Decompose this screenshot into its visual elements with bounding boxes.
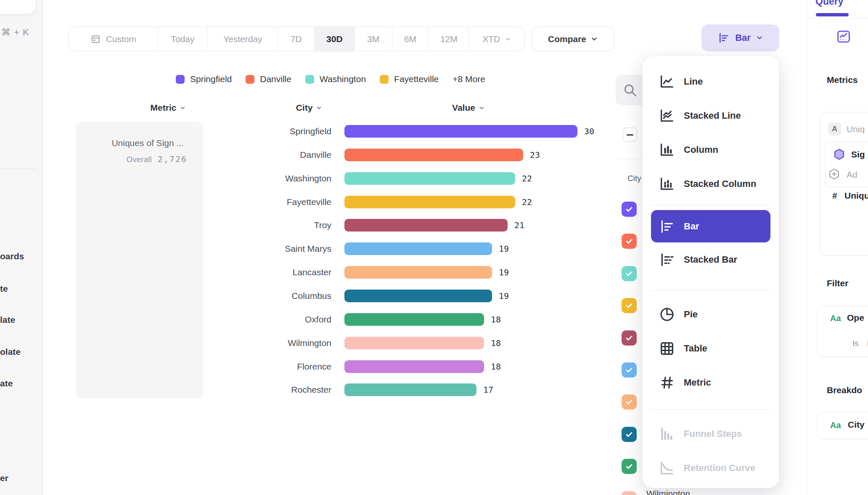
metric-summary-card[interactable]: Uniques of Sign ... Overall 2,726 [76,122,203,399]
sidebar-item-olate[interactable]: olate [0,347,21,357]
menu-item-bar[interactable]: Bar [651,210,770,242]
date-range-6m[interactable]: 6M [392,27,429,51]
bar-value-label: 19 [499,290,509,302]
menu-item-retention-curve[interactable]: Retention Curve [643,451,779,485]
sidebar-item-te[interactable]: te [0,284,8,294]
menu-item-label: Stacked Bar [684,254,737,265]
date-range-today[interactable]: Today [158,27,208,51]
menu-item-line[interactable]: Line [643,64,779,98]
legend-item-washington[interactable]: Washington [305,74,366,84]
query-panel: Query Metrics A Uniq Sig Ad # Uniqu Filt… [807,0,868,495]
menu-item-stacked-column[interactable]: Stacked Column [643,167,779,201]
chart-type-button[interactable]: Bar [701,24,779,51]
insights-chart-icon[interactable] [836,29,852,45]
menu-item-column[interactable]: Column [643,133,779,167]
pie-icon [659,306,675,323]
check-icon [625,205,634,214]
bar-fayetteville[interactable] [344,196,515,208]
sidebar-item-ate[interactable]: ate [0,378,13,389]
bar-value-label: 18 [491,313,501,326]
menu-item-funnel-steps[interactable]: Funnel Steps [643,417,779,451]
city-checkbox-4[interactable] [622,330,637,346]
date-range-30d[interactable]: 30D [315,27,355,51]
bar-value-label: 23 [530,149,540,161]
bar-value-label: 19 [499,242,509,255]
date-range-custom[interactable]: Custom [69,27,158,51]
legend-more-link[interactable]: +8 More [453,74,485,84]
bar-rochester[interactable] [344,383,476,396]
bar-lancaster[interactable] [344,266,492,279]
bar-florence[interactable] [344,360,484,373]
tabbar-divider [807,18,868,19]
tab-query[interactable]: Query [815,0,843,7]
bar-value-label: 17 [483,383,493,396]
bar-saint-marys[interactable] [344,242,492,255]
date-range-12m[interactable]: 12M [429,27,469,51]
bar-danville[interactable] [344,149,523,161]
menu-divider [651,205,770,205]
legend-item-danville[interactable]: Danville [246,74,291,84]
event-card[interactable]: Sig Ad [825,142,868,187]
add-event-label: Ad [847,170,857,180]
sidebar-item-late[interactable]: late [0,315,15,325]
bar-value-label: 18 [491,337,501,349]
legend-item-springfield[interactable]: Springfield [176,74,232,84]
bar-washington[interactable] [344,172,515,185]
legend-swatch [246,75,254,84]
city-checkbox-6[interactable] [622,394,637,410]
city-checkbox-9[interactable] [622,491,637,495]
column-header-metric[interactable]: Metric [139,103,198,113]
city-checkbox-2[interactable] [622,266,637,281]
city-checkbox-3[interactable] [622,298,637,313]
metrics-card[interactable]: A Uniq Sig Ad # Uniqu [820,112,868,255]
city-checkbox-7[interactable] [622,427,637,442]
metric-icon [659,374,675,391]
legend-item-fayetteville[interactable]: Fayetteville [380,74,439,84]
select-all-checkbox[interactable] [623,128,637,142]
column-header-value[interactable]: Value [439,103,498,113]
sidebar-item-er[interactable]: er [0,473,8,483]
menu-item-label: Bar [684,221,699,232]
bar-row-label: Wilmington [181,337,331,349]
city-checkbox-8[interactable] [622,459,637,474]
date-range-label: 6M [404,34,416,44]
date-range-yesterday[interactable]: Yesterday [208,27,278,51]
sidebar-item-oards[interactable]: oards [0,251,24,261]
sidebar-top-card[interactable] [0,0,35,14]
date-range-7d[interactable]: 7D [278,27,315,51]
left-sidebar: ⌘ + K oardstelateolateateer [0,0,43,495]
chevron-down-icon [590,35,598,43]
filter-card[interactable]: Aa Ope Is i [817,306,868,357]
date-range-3m[interactable]: 3M [355,27,392,51]
add-event-icon[interactable] [828,168,841,181]
stacked-bar-icon [659,251,675,268]
column-icon [659,141,675,158]
bar-troy[interactable] [344,219,508,232]
chevron-down-icon [756,34,763,42]
series-search-box[interactable] [616,75,645,105]
city-checkbox-5[interactable] [622,362,637,378]
compare-button[interactable]: Compare [532,27,614,51]
column-header-city[interactable]: City [280,103,339,113]
menu-item-pie[interactable]: Pie [643,297,779,331]
menu-item-stacked-line[interactable]: Stacked Line [643,98,779,133]
bar-row-label: Troy [181,219,331,232]
menu-item-metric[interactable]: Metric [643,365,779,399]
menu-item-stacked-bar[interactable]: Stacked Bar [643,242,779,277]
indeterminate-mark [627,134,633,136]
city-checkbox-0[interactable] [622,202,637,217]
bar-columbus[interactable] [344,290,492,302]
bar-springfield[interactable] [344,125,577,138]
city-checkbox-1[interactable] [622,234,637,249]
aggregation-text[interactable]: Uniqu [844,191,868,201]
retention-curve-icon [659,460,675,476]
breakdown-card[interactable]: Aa City [817,412,868,439]
filter-operator[interactable]: Is [852,339,859,348]
date-range-group: CustomTodayYesterday7D30D3M6M12MXTD [68,27,525,51]
bar-row-label: Saint Marys [181,242,331,255]
menu-item-table[interactable]: Table [643,331,779,365]
bar-wilmington[interactable] [344,337,484,349]
date-range-xtd[interactable]: XTD [469,27,524,51]
check-icon [625,333,634,343]
bar-oxford[interactable] [344,313,484,326]
